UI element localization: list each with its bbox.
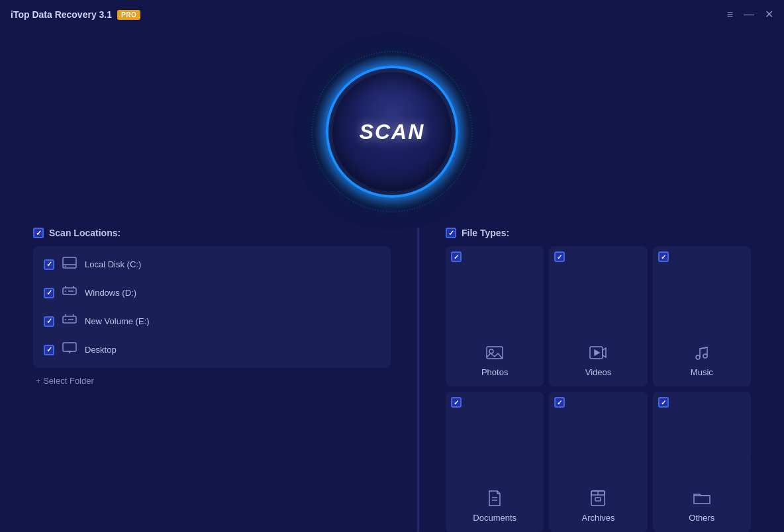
titlebar-left: iTop Data Recovery 3.1 PRO — [11, 9, 140, 20]
location-item-desktop[interactable]: Desktop — [33, 335, 391, 364]
scan-locations-panel: Scan Locations: Local Disk (C:) — [33, 228, 391, 532]
location-item-e[interactable]: New Volume (E:) — [33, 307, 391, 335]
filetype-others[interactable]: Others — [653, 392, 751, 532]
scan-ring-outer: SCAN — [316, 56, 468, 208]
svg-point-13 — [489, 349, 493, 353]
archives-checkbox[interactable] — [554, 397, 565, 408]
titlebar: iTop Data Recovery 3.1 PRO ≡ — ✕ — [0, 0, 784, 29]
scan-locations-title: Scan Locations: — [49, 228, 121, 238]
photo-icon — [485, 343, 504, 362]
pro-badge: PRO — [117, 10, 140, 20]
vertical-divider — [417, 228, 419, 532]
scan-locations-header: Scan Locations: — [33, 228, 391, 238]
location-c-checkbox[interactable] — [44, 259, 54, 270]
music-checkbox[interactable] — [658, 251, 669, 262]
others-checkbox[interactable] — [658, 397, 669, 408]
document-icon — [485, 489, 504, 508]
select-folder-button[interactable]: + Select Folder — [33, 368, 391, 394]
file-types-panel: File Types: Photos — [446, 228, 751, 532]
file-types-grid: Photos Videos — [446, 246, 751, 532]
music-icon — [693, 343, 711, 362]
file-types-checkbox[interactable] — [446, 228, 456, 238]
select-folder-label: + Select Folder — [36, 376, 94, 386]
bottom-panel: Scan Locations: Local Disk (C:) — [0, 228, 784, 532]
video-icon — [589, 343, 607, 362]
location-d-label: Windows (D:) — [85, 288, 136, 298]
scan-button[interactable]: SCAN — [309, 49, 475, 214]
documents-checkbox[interactable] — [451, 397, 462, 408]
svg-point-7 — [65, 319, 66, 320]
close-icon[interactable]: ✕ — [765, 9, 773, 20]
location-d-checkbox[interactable] — [44, 288, 54, 298]
svg-point-16 — [696, 355, 700, 359]
svg-rect-24 — [595, 498, 601, 501]
archives-label: Archives — [582, 513, 615, 523]
photos-label: Photos — [481, 367, 508, 377]
svg-rect-9 — [63, 343, 76, 351]
folder-icon — [693, 489, 711, 508]
location-desktop-checkbox[interactable] — [44, 345, 54, 355]
location-item-c[interactable]: Local Disk (C:) — [33, 250, 391, 279]
svg-marker-15 — [595, 350, 599, 355]
svg-point-17 — [703, 354, 707, 358]
location-e-checkbox[interactable] — [44, 316, 54, 327]
locations-list: Local Disk (C:) Windows (D:) — [33, 246, 391, 368]
scan-area: SCAN — [309, 29, 475, 228]
music-label: Music — [691, 367, 713, 377]
svg-rect-0 — [63, 257, 76, 268]
filetype-videos[interactable]: Videos — [549, 246, 647, 386]
hdd-icon — [62, 257, 77, 272]
drive-e-icon — [62, 314, 77, 329]
scan-ring-inner: SCAN — [332, 72, 452, 191]
photos-checkbox[interactable] — [451, 251, 462, 262]
filetype-documents[interactable]: Documents — [446, 392, 544, 532]
main-content: SCAN 🔨 Scan Locations: — [0, 29, 784, 532]
file-types-title: File Types: — [462, 228, 509, 238]
videos-label: Videos — [585, 367, 612, 377]
svg-line-18 — [700, 347, 707, 349]
scan-locations-checkbox[interactable] — [33, 228, 44, 238]
documents-label: Documents — [473, 513, 516, 523]
videos-checkbox[interactable] — [554, 251, 565, 262]
filetype-photos[interactable]: Photos — [446, 246, 544, 386]
titlebar-controls: ≡ — ✕ — [727, 9, 773, 20]
filetype-archives[interactable]: Archives — [549, 392, 647, 532]
scan-label: SCAN — [360, 120, 425, 144]
location-desktop-label: Desktop — [85, 345, 117, 355]
drive-d-icon — [62, 285, 77, 300]
others-label: Others — [689, 513, 714, 523]
svg-point-4 — [65, 290, 66, 292]
monitor-icon — [62, 342, 77, 357]
svg-point-2 — [65, 266, 66, 267]
archive-icon — [589, 489, 607, 508]
file-types-header: File Types: — [446, 228, 751, 238]
app-title: iTop Data Recovery 3.1 — [11, 9, 112, 20]
location-item-d[interactable]: Windows (D:) — [33, 279, 391, 307]
menu-icon[interactable]: ≡ — [727, 9, 733, 20]
location-e-label: New Volume (E:) — [85, 316, 150, 326]
location-c-label: Local Disk (C:) — [85, 259, 141, 269]
minimize-icon[interactable]: — — [744, 9, 754, 20]
filetype-music[interactable]: Music — [653, 246, 751, 386]
